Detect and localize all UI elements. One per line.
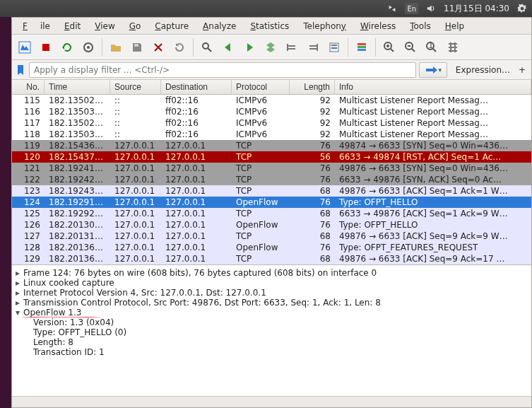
svg-rect-17: [357, 49, 366, 51]
packet-row[interactable]: 125182.1929217…127.0.0.1127.0.0.1TCP6866…: [12, 208, 531, 219]
detail-of-txid[interactable]: Transaction ID: 1: [33, 347, 105, 357]
detail-tcp[interactable]: Transmission Control Protocol, Src Port:…: [23, 298, 381, 308]
svg-point-3: [87, 46, 90, 49]
svg-rect-11: [317, 44, 318, 51]
packet-row[interactable]: 117182.1350287…::ff02::16ICMPv692Multica…: [12, 117, 531, 129]
packet-row[interactable]: 129182.2013646…127.0.0.1127.0.0.1TCP6849…: [12, 253, 531, 264]
packet-row[interactable]: 126182.2013055…127.0.0.1127.0.0.1OpenFlo…: [12, 219, 531, 231]
menu-tools[interactable]: Tools: [403, 20, 437, 33]
detail-ip[interactable]: Internet Protocol Version 4, Src: 127.0.…: [23, 288, 266, 298]
detail-linux[interactable]: Linux cooked capture: [23, 278, 114, 288]
statusbar: [12, 396, 531, 407]
packet-row[interactable]: 123182.1924318…127.0.0.1127.0.0.1TCP6849…: [12, 185, 531, 197]
go-back-button[interactable]: [218, 37, 238, 57]
go-first-button[interactable]: [282, 37, 302, 57]
colorize-button[interactable]: [352, 37, 372, 57]
reload-file-button[interactable]: [170, 37, 189, 57]
wireshark-window: File Edit View Go Capture Analyze Statis…: [11, 17, 532, 408]
svg-rect-6: [288, 45, 295, 47]
input-method-indicator[interactable]: En: [405, 3, 418, 14]
menu-go[interactable]: Go: [123, 20, 148, 33]
menu-statistics[interactable]: Statistics: [244, 20, 295, 33]
restart-capture-button[interactable]: [57, 37, 77, 57]
main-toolbar: 1: [12, 35, 531, 60]
network-icon[interactable]: [386, 3, 398, 14]
packet-list-header[interactable]: No. Time Source Destination Protocol Len…: [12, 80, 531, 95]
detail-of-length[interactable]: Length: 8: [33, 337, 73, 347]
collapse-icon[interactable]: ▾: [13, 308, 22, 317]
system-topbar: En 11月15日 04:30: [0, 0, 532, 17]
zoom-reset-button[interactable]: 1: [422, 37, 442, 57]
capture-options-button[interactable]: [15, 37, 35, 57]
packet-details-pane[interactable]: ▸Frame 124: 76 bytes on wire (608 bits),…: [12, 265, 531, 396]
zoom-in-button[interactable]: [379, 37, 399, 57]
svg-rect-7: [288, 48, 295, 49]
menu-capture[interactable]: Capture: [148, 20, 195, 33]
detail-openflow[interactable]: OpenFlow 1.3: [23, 308, 81, 317]
menu-file[interactable]: File: [16, 20, 57, 33]
menu-telephony[interactable]: Telephony: [297, 20, 353, 33]
packet-row[interactable]: 124182.1929172…127.0.0.1127.0.0.1OpenFlo…: [12, 197, 531, 208]
svg-rect-13: [331, 45, 337, 46]
menu-analyze[interactable]: Analyze: [196, 20, 242, 33]
zoom-out-button[interactable]: [401, 37, 420, 57]
packet-row[interactable]: 116182.1350334…::ff02::16ICMPv692Multica…: [12, 106, 531, 117]
add-filter-button[interactable]: +: [519, 65, 528, 75]
svg-text:1: 1: [428, 41, 434, 50]
expand-icon[interactable]: ▸: [13, 278, 22, 288]
packet-row[interactable]: 120182.1543727…127.0.0.1127.0.0.1TCP5666…: [12, 151, 531, 163]
svg-rect-9: [309, 45, 317, 47]
packet-row[interactable]: 121182.1924140…127.0.0.1127.0.0.1TCP7649…: [12, 163, 531, 174]
column-protocol[interactable]: Protocol: [232, 80, 290, 94]
menu-edit[interactable]: Edit: [58, 20, 87, 33]
expression-button[interactable]: Expression…: [450, 65, 516, 75]
resize-columns-button[interactable]: [443, 37, 463, 57]
svg-rect-14: [331, 47, 337, 49]
start-capture-button[interactable]: [36, 37, 56, 57]
detail-frame[interactable]: Frame 124: 76 bytes on wire (608 bits), …: [23, 268, 377, 278]
go-last-button[interactable]: [303, 37, 323, 57]
auto-scroll-button[interactable]: [324, 37, 344, 57]
expand-icon[interactable]: ▸: [13, 288, 22, 298]
display-filter-input[interactable]: [29, 62, 416, 78]
save-file-button[interactable]: [127, 37, 147, 57]
capture-options-icon[interactable]: [78, 37, 98, 57]
svg-rect-16: [357, 46, 366, 48]
display-filter-bar: ▾ Expression… +: [12, 60, 531, 80]
detail-of-type[interactable]: Type: OFPT_HELLO (0): [33, 327, 126, 337]
svg-rect-0: [19, 42, 30, 53]
column-destination[interactable]: Destination: [161, 80, 232, 94]
packet-row[interactable]: 119182.1543652…127.0.0.1127.0.0.1TCP7649…: [12, 140, 531, 151]
svg-rect-8: [287, 44, 288, 51]
packet-row[interactable]: 128182.2013612…127.0.0.1127.0.0.1OpenFlo…: [12, 242, 531, 253]
column-length[interactable]: Length: [290, 80, 335, 94]
svg-rect-10: [309, 48, 317, 49]
menu-wireless[interactable]: Wireless: [354, 20, 402, 33]
packet-row[interactable]: 118182.1350388…::ff02::16ICMPv692Multica…: [12, 129, 531, 140]
expand-icon[interactable]: ▸: [13, 268, 22, 278]
close-file-button[interactable]: [148, 37, 168, 57]
clock[interactable]: 11月15日 04:30: [444, 3, 509, 15]
column-source[interactable]: Source: [110, 80, 161, 94]
menu-help[interactable]: Help: [439, 20, 471, 33]
menu-view[interactable]: View: [88, 20, 121, 33]
expand-icon[interactable]: ▸: [13, 298, 22, 308]
bookmark-icon[interactable]: [15, 63, 26, 77]
go-forward-button[interactable]: [240, 37, 259, 57]
gear-icon[interactable]: [516, 3, 528, 14]
column-no[interactable]: No.: [12, 80, 45, 94]
open-file-button[interactable]: [106, 37, 126, 57]
column-time[interactable]: Time: [45, 80, 110, 94]
sound-icon[interactable]: [425, 3, 437, 14]
packet-row[interactable]: 122182.1924234…127.0.0.1127.0.0.1TCP7666…: [12, 174, 531, 185]
apply-filter-button[interactable]: ▾: [419, 62, 447, 78]
find-packet-button[interactable]: [197, 37, 217, 57]
packet-row[interactable]: 115182.1350256…::ff02::16ICMPv692Multica…: [12, 95, 531, 106]
packet-row[interactable]: 127182.2013121…127.0.0.1127.0.0.1TCP6849…: [12, 231, 531, 242]
packet-list-pane[interactable]: No. Time Source Destination Protocol Len…: [12, 80, 531, 265]
go-to-packet-button[interactable]: [261, 37, 280, 57]
column-info[interactable]: Info: [335, 80, 531, 94]
detail-of-version[interactable]: Version: 1.3 (0x04): [33, 317, 114, 327]
svg-rect-1: [42, 44, 49, 51]
svg-rect-15: [357, 43, 366, 45]
